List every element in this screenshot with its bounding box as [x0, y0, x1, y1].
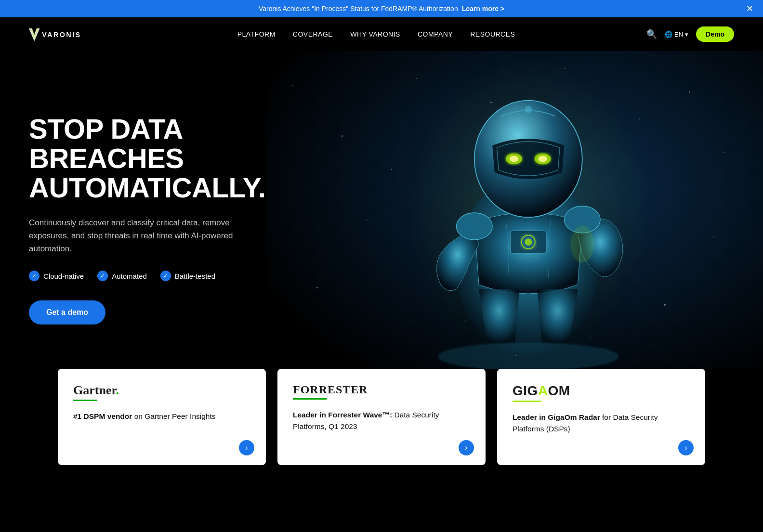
- forrester-bold: Leader in Forrester Wave™:: [293, 411, 392, 419]
- nav-why-varonis[interactable]: WHY VARONIS: [350, 30, 400, 38]
- nav-coverage[interactable]: COVERAGE: [293, 30, 333, 38]
- varonis-logo-svg: VARONIS: [29, 26, 106, 42]
- robot-svg: [267, 51, 763, 388]
- hero-title-line1: STOP DATA BREACHES: [29, 113, 184, 174]
- announcement-banner: Varonis Achieves "In Process" Status for…: [0, 0, 763, 17]
- chevron-down-icon: ▾: [685, 31, 688, 38]
- gartner-arrow[interactable]: ›: [239, 440, 254, 455]
- gigaom-logo: GIGAOM: [513, 383, 690, 402]
- svg-marker-1: [30, 28, 39, 40]
- gartner-rest: on Gartner Peer Insights: [134, 412, 216, 420]
- nav-resources[interactable]: RESOURCES: [470, 30, 515, 38]
- gigaom-bold: Leader in GigaOm Radar: [513, 413, 600, 421]
- svg-point-17: [571, 226, 594, 262]
- gartner-bold: #1 DSPM vendor: [73, 412, 132, 420]
- hero-title: STOP DATA BREACHES AUTOMATICALLY.: [29, 115, 270, 203]
- gartner-underline: [73, 400, 97, 401]
- hero-section: STOP DATA BREACHES AUTOMATICALLY. Contin…: [0, 51, 763, 388]
- badge-cloud-native: ✓ Cloud-native: [29, 271, 84, 281]
- svg-point-16: [525, 106, 532, 113]
- hero-badges: ✓ Cloud-native ✓ Automated ✓ Battle-test…: [29, 271, 270, 281]
- svg-point-15: [539, 156, 548, 162]
- hero-subtitle: Continuously discover and classify criti…: [29, 216, 260, 256]
- language-selector[interactable]: 🌐 EN ▾: [665, 31, 688, 38]
- nav-links: PLATFORM COVERAGE WHY VARONIS COMPANY RE…: [237, 30, 515, 38]
- demo-button[interactable]: Demo: [696, 26, 734, 42]
- gigaom-underline: [513, 401, 541, 402]
- globe-icon: 🌐: [665, 31, 672, 38]
- svg-text:VARONIS: VARONIS: [42, 31, 81, 39]
- forrester-arrow[interactable]: ›: [459, 440, 474, 455]
- gartner-logo-text: Gartner.: [73, 383, 250, 398]
- badge-cloud-label: Cloud-native: [43, 272, 84, 280]
- svg-point-8: [457, 213, 493, 240]
- gigaom-arrow[interactable]: ›: [678, 440, 694, 455]
- gartner-card: Gartner. #1 DSPM vendor on Gartner Peer …: [58, 369, 266, 465]
- badge-battle-label: Battle-tested: [175, 272, 215, 280]
- gartner-logo: Gartner.: [73, 383, 250, 401]
- badge-battle-tested: ✓ Battle-tested: [160, 271, 215, 281]
- hero-title-line2: AUTOMATICALLY.: [29, 172, 265, 203]
- nav-right: 🔍 🌐 EN ▾ Demo: [646, 26, 734, 42]
- svg-point-18: [439, 343, 618, 370]
- language-label: EN: [674, 31, 683, 38]
- badge-automated: ✓ Automated: [97, 271, 147, 281]
- search-button[interactable]: 🔍: [646, 29, 657, 39]
- forrester-logo: FORRESTER: [293, 383, 470, 400]
- forrester-card: FORRESTER Leader in Forrester Wave™: Dat…: [277, 369, 486, 465]
- svg-point-14: [510, 156, 519, 162]
- banner-text: Varonis Achieves "In Process" Status for…: [259, 5, 458, 13]
- hero-background: [267, 51, 763, 388]
- get-demo-button[interactable]: Get a demo: [29, 300, 105, 324]
- svg-point-7: [525, 238, 532, 246]
- hero-content: STOP DATA BREACHES AUTOMATICALLY. Contin…: [0, 76, 299, 363]
- forrester-logo-text: FORRESTER: [293, 383, 470, 396]
- forrester-description: Leader in Forrester Wave™: Data Security…: [293, 409, 470, 432]
- nav-platform[interactable]: PLATFORM: [237, 30, 276, 38]
- banner-link[interactable]: Learn more >: [462, 5, 504, 13]
- main-navigation: VARONIS PLATFORM COVERAGE WHY VARONIS CO…: [0, 17, 763, 51]
- social-proof-section: Gartner. #1 DSPM vendor on Gartner Peer …: [0, 369, 763, 494]
- gigaom-card: GIGAOM Leader in GigaOm Radar for Data S…: [497, 369, 705, 465]
- banner-close-button[interactable]: ✕: [746, 4, 753, 13]
- badge-automated-label: Automated: [112, 272, 147, 280]
- gigaom-description: Leader in GigaOm Radar for Data Security…: [513, 412, 690, 435]
- forrester-underline: [293, 398, 327, 400]
- gigaom-logo-text: GIGAOM: [513, 383, 690, 399]
- gartner-description: #1 DSPM vendor on Gartner Peer Insights: [73, 411, 250, 422]
- nav-company[interactable]: COMPANY: [418, 30, 453, 38]
- check-icon-battle: ✓: [160, 271, 171, 281]
- logo[interactable]: VARONIS: [29, 26, 106, 42]
- check-icon-cloud: ✓: [29, 271, 39, 281]
- check-icon-automated: ✓: [97, 271, 108, 281]
